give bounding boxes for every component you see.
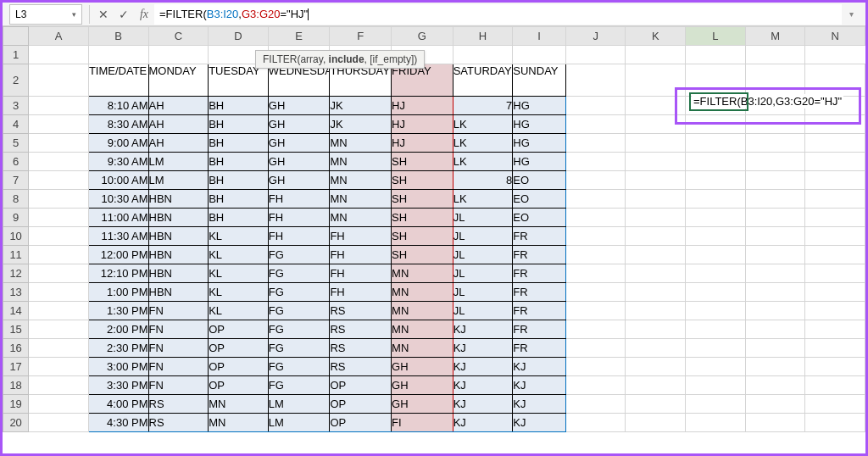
data-cell[interactable]: 9:30 AM (88, 153, 148, 171)
data-cell[interactable]: GH (268, 97, 330, 115)
data-cell[interactable]: LM (148, 153, 209, 171)
data-cell[interactable]: 11:30 AM (88, 227, 148, 246)
data-cell[interactable]: RS (330, 302, 392, 320)
cell[interactable] (805, 171, 865, 190)
data-cell[interactable]: LK (453, 115, 513, 134)
cell[interactable] (626, 395, 686, 414)
cell[interactable] (88, 46, 148, 64)
cell[interactable] (805, 358, 865, 376)
data-cell[interactable]: 10:30 AM (88, 190, 148, 209)
data-cell[interactable]: GH (392, 358, 453, 376)
cell[interactable] (513, 46, 566, 64)
name-box[interactable]: L3 ▾ (9, 4, 82, 25)
data-cell[interactable]: KL (209, 227, 269, 246)
row-header[interactable]: 8 (3, 190, 29, 209)
data-cell[interactable]: FR (513, 264, 566, 283)
data-cell[interactable]: LM (268, 395, 330, 414)
data-cell[interactable]: 7 (453, 97, 513, 115)
data-cell[interactable]: 2:00 PM (88, 320, 148, 339)
cell[interactable] (805, 153, 865, 171)
data-cell[interactable]: FI (392, 414, 453, 432)
data-cell[interactable]: BH (209, 134, 269, 153)
cell[interactable] (626, 320, 686, 339)
data-cell[interactable]: FN (148, 376, 209, 395)
cell[interactable] (626, 209, 686, 227)
cell[interactable] (745, 153, 805, 171)
data-cell[interactable]: MN (392, 264, 453, 283)
row-header[interactable]: 13 (3, 283, 29, 302)
data-cell[interactable]: RS (148, 414, 209, 432)
expand-formula-bar-icon[interactable]: ▾ (842, 9, 860, 19)
cell[interactable] (626, 97, 686, 115)
data-cell[interactable]: MN (209, 395, 269, 414)
cell[interactable] (29, 171, 89, 190)
data-cell[interactable]: MN (392, 283, 453, 302)
data-cell[interactable]: FG (268, 358, 330, 376)
data-cell[interactable]: GH (268, 153, 330, 171)
header-cell[interactable]: SUNDAY (513, 64, 566, 97)
data-cell[interactable]: LK (453, 190, 513, 209)
data-cell[interactable]: FR (513, 320, 566, 339)
cell[interactable] (29, 46, 89, 64)
cell[interactable] (29, 283, 89, 302)
cell[interactable] (686, 115, 746, 134)
row-header[interactable]: 19 (3, 395, 29, 414)
data-cell[interactable]: FH (330, 264, 392, 283)
data-cell[interactable]: MN (392, 339, 453, 358)
cell[interactable] (565, 358, 626, 376)
cell[interactable] (626, 134, 686, 153)
data-cell[interactable]: 3:30 PM (88, 376, 148, 395)
col-header[interactable]: J (565, 27, 626, 46)
data-cell[interactable]: SH (392, 246, 453, 264)
cell[interactable] (626, 302, 686, 320)
cell[interactable] (686, 64, 746, 97)
row-header[interactable]: 4 (3, 115, 29, 134)
data-cell[interactable]: EO (513, 171, 566, 190)
cell[interactable] (148, 46, 209, 64)
data-cell[interactable]: HG (513, 134, 566, 153)
row-header[interactable]: 7 (3, 171, 29, 190)
data-cell[interactable]: HBN (148, 227, 209, 246)
data-cell[interactable]: KL (209, 302, 269, 320)
data-cell[interactable]: HBN (148, 264, 209, 283)
cell[interactable] (745, 320, 805, 339)
cell[interactable] (686, 264, 746, 283)
data-cell[interactable]: KJ (513, 414, 566, 432)
cell[interactable] (745, 283, 805, 302)
row-header[interactable]: 11 (3, 246, 29, 264)
cell[interactable] (626, 376, 686, 395)
data-cell[interactable]: OP (330, 414, 392, 432)
cell[interactable] (686, 283, 746, 302)
data-cell[interactable]: KJ (453, 339, 513, 358)
data-cell[interactable]: 4:30 PM (88, 414, 148, 432)
cell[interactable] (686, 46, 746, 64)
row-header[interactable]: 9 (3, 209, 29, 227)
data-cell[interactable]: 10:00 AM (88, 171, 148, 190)
cell[interactable] (686, 227, 746, 246)
data-cell[interactable]: HBN (148, 209, 209, 227)
data-cell[interactable]: KJ (453, 376, 513, 395)
cell[interactable] (805, 339, 865, 358)
row-header[interactable]: 20 (3, 414, 29, 432)
cell[interactable] (29, 414, 89, 432)
data-cell[interactable]: 1:30 PM (88, 302, 148, 320)
cell[interactable] (745, 358, 805, 376)
col-header[interactable]: E (268, 27, 330, 46)
cell[interactable] (29, 190, 89, 209)
cell[interactable] (565, 134, 626, 153)
data-cell[interactable]: 4:00 PM (88, 395, 148, 414)
cell[interactable] (745, 264, 805, 283)
data-cell[interactable]: OP (330, 395, 392, 414)
cancel-formula-icon[interactable]: ✕ (93, 4, 114, 25)
cell[interactable] (805, 209, 865, 227)
cell[interactable] (626, 358, 686, 376)
data-cell[interactable]: BH (209, 97, 269, 115)
data-cell[interactable]: OP (209, 358, 269, 376)
data-cell[interactable]: HJ (392, 134, 453, 153)
data-cell[interactable]: 3:00 PM (88, 358, 148, 376)
data-cell[interactable]: OP (209, 320, 269, 339)
cell[interactable] (686, 302, 746, 320)
cell[interactable] (805, 134, 865, 153)
cell[interactable] (29, 64, 89, 97)
cell[interactable] (626, 115, 686, 134)
